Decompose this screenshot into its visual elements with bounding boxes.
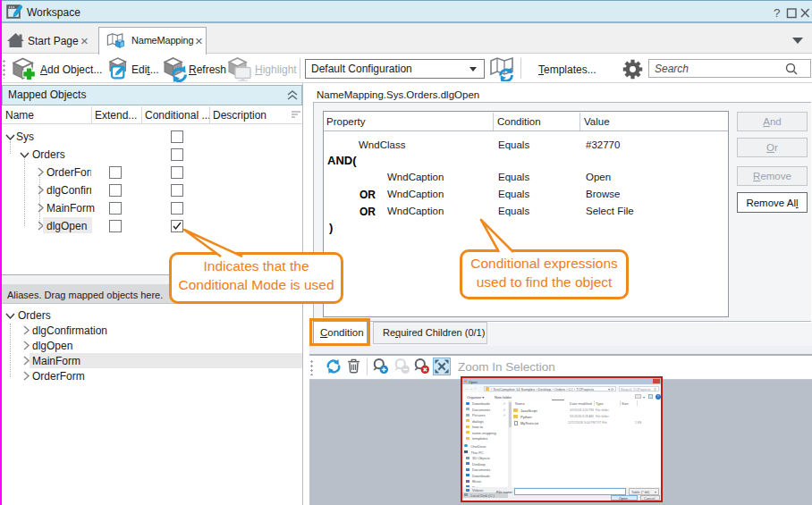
svg-text:?: ? xyxy=(774,6,781,19)
